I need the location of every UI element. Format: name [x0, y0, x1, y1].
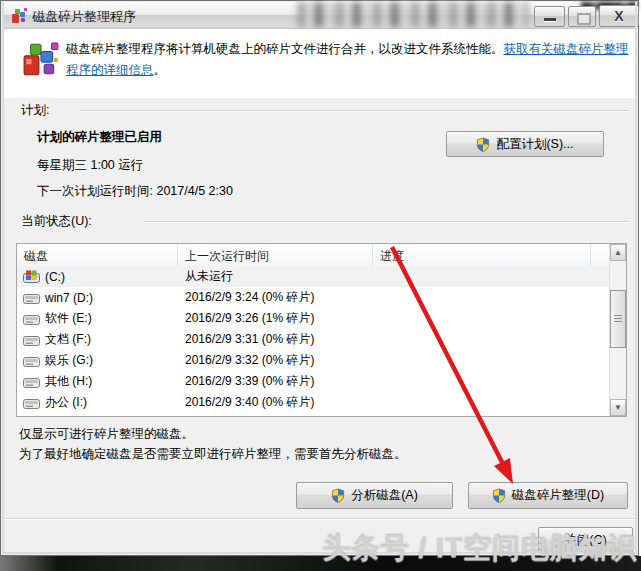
description-plain: 磁盘碎片整理程序将计算机硬盘上的碎片文件进行合并，以改进文件系统性能。 — [66, 42, 504, 56]
defrag-app-icon — [11, 7, 28, 24]
description-banner: 磁盘碎片整理程序将计算机硬盘上的碎片文件进行合并，以改进文件系统性能。获取有关磁… — [4, 29, 637, 98]
note-line1: 仅显示可进行碎片整理的磁盘。 — [19, 426, 194, 443]
disk-last-run: 2016/2/9 3:31 (0% 碎片) — [178, 331, 373, 348]
description-text: 磁盘碎片整理程序将计算机硬盘上的碎片文件进行合并，以改进文件系统性能。获取有关磁… — [66, 39, 629, 82]
close-button[interactable]: 关闭(C) — [538, 527, 633, 553]
analyze-disk-button[interactable]: 分析磁盘(A) — [296, 482, 453, 509]
table-row[interactable]: 文档 (F:) 2016/2/9 3:31 (0% 碎片) — [17, 329, 609, 350]
uac-shield-icon — [492, 488, 506, 503]
drive-icon — [23, 375, 40, 388]
disk-name: (C:) — [45, 270, 65, 284]
disk-last-run: 从未运行 — [178, 268, 373, 285]
bottom-dark-bar — [0, 556, 641, 571]
disk-name: 办公 (I:) — [45, 394, 87, 411]
table-row[interactable]: (C:) 从未运行 — [17, 266, 609, 287]
table-row[interactable]: 其他 (H:) 2016/2/9 3:39 (0% 碎片) — [17, 371, 609, 392]
table-row[interactable]: 娱乐 (G:) 2016/2/9 3:32 (0% 碎片) — [17, 350, 609, 371]
close-button-label: 关闭(C) — [564, 532, 606, 549]
column-header-progress[interactable]: 进度 — [373, 244, 591, 266]
censored-blur-patch — [297, 2, 529, 27]
defragment-disk-label: 磁盘碎片整理(D) — [512, 487, 604, 504]
disk-name: 其他 (H:) — [45, 373, 92, 390]
disk-last-run: 2016/2/9 3:39 (0% 碎片) — [178, 373, 373, 390]
schedule-section-label: 计划: — [21, 102, 49, 119]
uac-shield-icon — [331, 488, 345, 503]
configure-schedule-label: 配置计划(S)... — [496, 136, 573, 153]
scrollbar-thumb[interactable] — [610, 290, 626, 348]
scrollbar-grip — [614, 315, 622, 316]
system-drive-icon — [23, 270, 40, 283]
drive-icon — [23, 333, 40, 346]
disk-last-run: 2016/2/9 3:32 (0% 碎片) — [178, 352, 373, 369]
disk-table-body: (C:) 从未运行 win7 (D — [17, 266, 609, 416]
close-window-button[interactable]: X — [599, 5, 639, 27]
drive-icon — [23, 396, 40, 409]
schedule-run-time: 每星期三 1:00 运行 — [37, 157, 143, 174]
disk-name: 软件 (E:) — [45, 310, 92, 327]
column-header-disk[interactable]: 磁盘 — [17, 244, 178, 266]
schedule-status: 计划的碎片整理已启用 — [37, 129, 162, 146]
vertical-scrollbar[interactable]: ▲ ▼ — [609, 244, 626, 416]
disk-last-run: 2016/2/9 3:40 (0% 碎片) — [178, 394, 373, 411]
scroll-up-button[interactable]: ▲ — [610, 244, 626, 261]
disk-name: win7 (D:) — [45, 291, 93, 305]
close-icon: X — [600, 6, 638, 26]
disk-name: 娱乐 (G:) — [45, 352, 93, 369]
note-line2: 为了最好地确定磁盘是否需要立即进行碎片整理，需要首先分析磁盘。 — [19, 446, 407, 463]
analyze-disk-label: 分析磁盘(A) — [351, 487, 418, 504]
disk-last-run: 2016/2/9 3:24 (0% 碎片) — [178, 289, 373, 306]
maximize-icon — [577, 13, 591, 25]
window-title: 磁盘碎片整理程序 — [32, 8, 136, 26]
disk-last-run: 2016/2/9 3:26 (1% 碎片) — [178, 310, 373, 327]
configure-schedule-button[interactable]: 配置计划(S)... — [446, 131, 604, 157]
description-suffix: 。 — [154, 63, 167, 77]
title-bar[interactable]: 磁盘碎片整理程序 X — [2, 2, 637, 30]
scroll-down-button[interactable]: ▼ — [610, 399, 626, 416]
table-row[interactable]: 软件 (E:) 2016/2/9 3:26 (1% 碎片) — [17, 308, 609, 329]
table-row[interactable]: 办公 (I:) 2016/2/9 3:40 (0% 碎片) — [17, 392, 609, 413]
minimize-button[interactable] — [534, 6, 565, 27]
uac-shield-icon — [476, 137, 490, 152]
disk-list: 磁盘 上一次运行时间 进度 ( — [16, 243, 627, 417]
schedule-next-run: 下一次计划运行时间: 2017/4/5 2:30 — [37, 183, 233, 200]
drive-icon — [23, 312, 40, 325]
current-status-separator — [144, 221, 629, 222]
disk-list-header[interactable]: 磁盘 上一次运行时间 进度 — [17, 244, 609, 267]
defragment-disk-button[interactable]: 磁盘碎片整理(D) — [468, 482, 628, 509]
drive-icon — [23, 291, 40, 304]
minimize-icon — [544, 18, 556, 21]
footer-separator — [4, 518, 637, 519]
table-row[interactable]: win7 (D:) 2016/2/9 3:24 (0% 碎片) — [17, 287, 609, 308]
defrag-large-icon — [22, 41, 60, 79]
maximize-button[interactable] — [568, 6, 596, 27]
disk-name: 文档 (F:) — [45, 331, 91, 348]
current-status-section-label: 当前状态(U): — [21, 213, 92, 230]
drive-icon — [23, 354, 40, 367]
column-header-last-run[interactable]: 上一次运行时间 — [178, 244, 373, 266]
defrag-dialog-window: 磁盘碎片整理程序 X 磁盘碎片整理程序将计算机硬盘上的碎片文件进行合并，以改进文… — [0, 0, 639, 556]
screenshot-stage: 磁盘碎片整理程序 X 磁盘碎片整理程序将计算机硬盘上的碎片文件进行合并，以改进文… — [0, 0, 641, 571]
schedule-separator — [81, 110, 629, 111]
